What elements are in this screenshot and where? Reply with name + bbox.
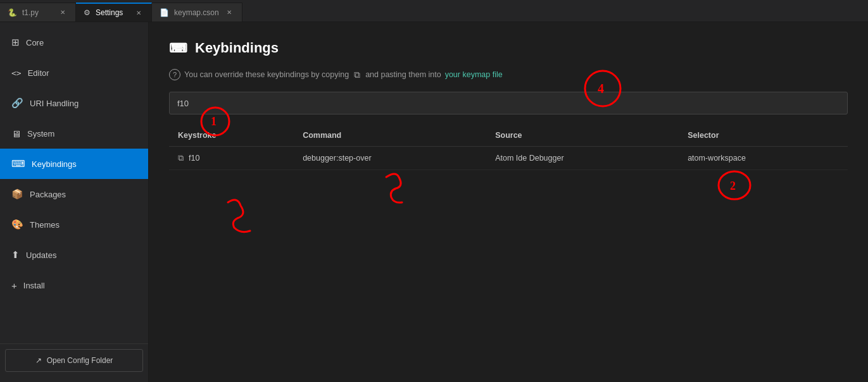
sidebar-item-system[interactable]: 🖥 System [0, 118, 148, 149]
col-keystroke: Keystroke [169, 125, 294, 147]
install-icon: + [11, 280, 17, 291]
sidebar-item-keybindings[interactable]: ⌨ Keybindings [0, 149, 148, 179]
keymap-link[interactable]: your keymap file [445, 70, 503, 79]
table-body: ⧉ f10 debugger:step-over Atom Ide Debugg… [169, 147, 848, 170]
tab-keymap-close[interactable]: ✕ [224, 8, 234, 18]
cell-selector: atom-workspace [679, 147, 848, 170]
packages-icon: 📦 [11, 188, 23, 200]
table-row: ⧉ f10 debugger:step-over Atom Ide Debugg… [169, 147, 848, 170]
keybinding-search-input[interactable] [169, 92, 848, 114]
sidebar-item-install[interactable]: + Install [0, 270, 148, 300]
page-title-text: Keybindings [195, 40, 279, 56]
cell-command: debugger:step-over [294, 147, 486, 170]
sidebar-item-uri-handling-label: URI Handling [30, 99, 79, 108]
col-source: Source [486, 125, 679, 147]
tab-bar: 🐍 t1.py ✕ ⚙ Settings ✕ 📄 keymap.cson ✕ [0, 0, 868, 22]
tab-t1py-label: t1.py [22, 8, 39, 17]
sidebar: ⊞ Core <> Editor 🔗 URI Handling 🖥 System… [0, 22, 149, 382]
themes-icon: 🎨 [11, 219, 23, 230]
tab-t1py-icon: 🐍 [8, 8, 17, 17]
info-text-after: and pasting them into [365, 70, 441, 79]
sidebar-bottom: ↗ Open Config Folder [0, 343, 148, 377]
keystroke-value: f10 [189, 154, 199, 163]
sidebar-item-themes[interactable]: 🎨 Themes [0, 209, 148, 240]
cell-keystroke: ⧉ f10 [169, 147, 294, 170]
info-row: ? You can override these keybindings by … [169, 69, 848, 80]
table-header: Keystroke Command Source Selector [169, 125, 848, 147]
sidebar-item-install-label: Install [23, 281, 45, 290]
sidebar-item-packages[interactable]: 📦 Packages [0, 179, 148, 209]
updates-icon: ⬆ [11, 249, 20, 261]
tab-settings-label: Settings [96, 8, 123, 17]
page-title: ⌨ Keybindings [169, 40, 848, 56]
tab-t1py-close[interactable]: ✕ [58, 8, 68, 18]
tab-keymap-icon: 📄 [160, 8, 169, 17]
core-icon: ⊞ [11, 37, 20, 48]
sidebar-item-editor-label: Editor [28, 68, 49, 78]
info-text-before: You can override these keybindings by co… [184, 70, 349, 79]
sidebar-item-updates-label: Updates [26, 250, 56, 260]
sidebar-item-packages-label: Packages [30, 190, 66, 199]
table-header-row: Keystroke Command Source Selector [169, 125, 848, 147]
copy-keybinding-icon[interactable]: ⧉ [178, 153, 184, 163]
main-layout: ⊞ Core <> Editor 🔗 URI Handling 🖥 System… [0, 22, 868, 382]
sidebar-item-core[interactable]: ⊞ Core [0, 27, 148, 58]
content-area: ⌨ Keybindings ? You can override these k… [149, 22, 868, 382]
sidebar-item-updates[interactable]: ⬆ Updates [0, 240, 148, 270]
keybindings-table: Keystroke Command Source Selector ⧉ f10 … [169, 125, 848, 170]
help-icon: ? [169, 69, 180, 80]
open-config-icon: ↗ [35, 356, 42, 365]
tab-t1py[interactable]: 🐍 t1.py ✕ [0, 3, 76, 22]
sidebar-item-editor[interactable]: <> Editor [0, 58, 148, 88]
sidebar-item-system-label: System [27, 129, 54, 139]
copy-icon: ⧉ [354, 70, 360, 80]
sidebar-item-themes-label: Themes [30, 220, 60, 230]
tab-keymap[interactable]: 📄 keymap.cson ✕ [152, 3, 242, 22]
uri-handling-icon: 🔗 [11, 97, 23, 109]
col-selector: Selector [679, 125, 848, 147]
search-wrapper [169, 92, 848, 114]
sidebar-item-uri-handling[interactable]: 🔗 URI Handling [0, 88, 148, 118]
col-command: Command [294, 125, 486, 147]
cell-source: Atom Ide Debugger [486, 147, 679, 170]
tab-settings[interactable]: ⚙ Settings ✕ [76, 3, 152, 22]
open-config-button[interactable]: ↗ Open Config Folder [5, 349, 143, 372]
tab-settings-icon: ⚙ [84, 8, 91, 17]
open-config-label: Open Config Folder [47, 356, 113, 365]
system-icon: 🖥 [11, 128, 21, 139]
page-title-icon: ⌨ [169, 40, 187, 56]
sidebar-item-keybindings-label: Keybindings [32, 159, 77, 169]
sidebar-item-core-label: Core [26, 38, 44, 47]
tab-keymap-label: keymap.cson [174, 8, 219, 17]
tab-settings-close[interactable]: ✕ [134, 8, 144, 18]
editor-icon: <> [11, 68, 22, 78]
keybindings-icon: ⌨ [11, 158, 25, 169]
